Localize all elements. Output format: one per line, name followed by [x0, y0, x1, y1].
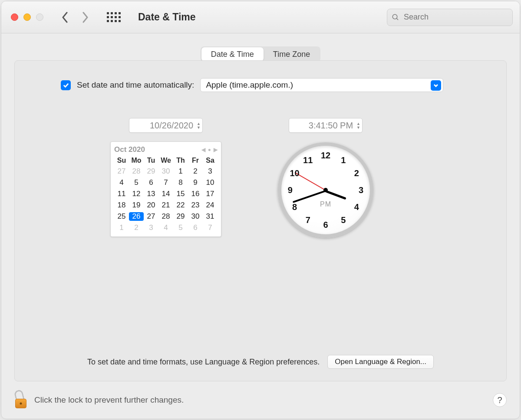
calendar-day: 5	[129, 178, 144, 187]
calendar-dow: Tu	[144, 157, 158, 164]
zoom-button	[36, 13, 43, 21]
lock-text: Click the lock to prevent further change…	[34, 395, 184, 405]
calendar-day: 9	[188, 178, 203, 187]
lock-icon[interactable]	[14, 392, 27, 408]
tab-segmented-control: Date & Time Time Zone	[201, 46, 320, 62]
calendar-dow: We	[158, 157, 173, 164]
clock-numeral: 4	[354, 202, 359, 212]
clock-numeral: 3	[359, 185, 363, 195]
show-all-icon[interactable]	[107, 12, 121, 22]
calendar: Oct 2020 ◀ ● ▶ SuMoTuWeThFrSa27282930123…	[110, 141, 221, 237]
calendar-day: 16	[188, 190, 203, 198]
calendar-day: 4	[158, 223, 173, 232]
calendar-day: 7	[158, 178, 173, 187]
calendar-day: 28	[129, 167, 144, 176]
titlebar: Date & Time	[1, 1, 520, 33]
search-input[interactable]	[403, 12, 508, 22]
minimize-button[interactable]	[23, 13, 31, 21]
calendar-day: 21	[158, 201, 173, 210]
calendar-day: 24	[203, 201, 218, 210]
calendar-day: 7	[203, 223, 218, 232]
clock-numeral: 2	[354, 168, 359, 178]
panel-footer: To set date and time formats, use Langua…	[36, 350, 485, 371]
close-button[interactable]	[11, 13, 18, 21]
calendar-day: 1	[173, 167, 188, 176]
search-icon	[392, 13, 399, 22]
clock-numeral: 5	[341, 215, 346, 225]
calendar-day: 30	[158, 167, 173, 176]
date-column: 10/26/2020 ▲ ▼ Oct 2020 ◀ ● ▶	[110, 118, 221, 238]
calendar-day: 8	[173, 178, 188, 187]
window-footer: Click the lock to prevent further change…	[1, 381, 520, 419]
calendar-day: 3	[203, 167, 218, 176]
time-server-value: Apple (time.apple.com.)	[206, 80, 293, 90]
time-server-combo[interactable]: Apple (time.apple.com.)	[200, 78, 443, 92]
calendar-day: 27	[114, 167, 129, 176]
calendar-day: 27	[144, 212, 158, 221]
calendar-day: 5	[173, 223, 188, 232]
calendar-day: 6	[144, 178, 158, 187]
content: Date & Time Time Zone Set date and time …	[1, 33, 520, 381]
calendar-prev-icon: ◀	[201, 147, 205, 153]
time-stepper: 3:41:50 PM ▲ ▼	[289, 118, 363, 133]
clock-numeral: 10	[290, 168, 299, 178]
traffic-lights	[11, 13, 43, 21]
clock-numeral: 6	[323, 220, 328, 230]
search-field[interactable]	[387, 9, 513, 26]
stepper-up-icon: ▲	[356, 122, 360, 125]
calendar-day: 11	[114, 190, 129, 198]
calendar-day: 14	[158, 190, 173, 198]
calendar-day: 25	[114, 212, 129, 221]
calendar-nav: ◀ ● ▶	[201, 147, 218, 153]
time-column: 3:41:50 PM ▲ ▼ PM 121234	[278, 118, 373, 238]
clock-numeral: 8	[292, 202, 297, 212]
date-stepper: 10/26/2020 ▲ ▼	[129, 118, 203, 133]
calendar-day: 13	[144, 190, 158, 198]
clock-numeral: 7	[306, 215, 310, 225]
clock-ampm: PM	[320, 200, 331, 208]
tab-date-and-time[interactable]: Date & Time	[201, 47, 264, 61]
back-button[interactable]	[62, 12, 69, 23]
stepper-down-icon: ▼	[356, 126, 360, 129]
calendar-next-icon: ▶	[214, 147, 218, 153]
calendar-day: 23	[188, 201, 203, 210]
calendar-day: 26	[129, 212, 144, 221]
auto-set-label: Set date and time automatically:	[77, 80, 194, 90]
clock-numeral: 9	[288, 185, 293, 195]
date-value: 10/26/2020	[135, 121, 197, 131]
calendar-day: 10	[203, 178, 218, 187]
calendar-dow: Su	[114, 157, 129, 164]
calendar-day: 1	[114, 223, 129, 232]
calendar-day: 22	[173, 201, 188, 210]
clock-numeral: 1	[341, 155, 346, 165]
calendar-day: 28	[158, 212, 173, 221]
svg-line-1	[396, 18, 398, 20]
calendar-day: 4	[114, 178, 129, 187]
calendar-day: 3	[144, 223, 158, 232]
calendar-dow: Fr	[188, 157, 203, 164]
main-panel: Set date and time automatically: Apple (…	[14, 60, 507, 381]
nav-buttons	[62, 12, 89, 23]
clock-center-icon	[323, 188, 328, 192]
calendar-day: 15	[173, 190, 188, 198]
preferences-window: Date & Time Date & Time Time Zone Set da…	[1, 1, 520, 419]
stepper-up-icon: ▲	[197, 122, 201, 125]
calendar-day: 18	[114, 201, 129, 210]
calendar-day: 2	[188, 167, 203, 176]
calendar-dow: Th	[173, 157, 188, 164]
hour-hand	[325, 190, 346, 200]
auto-set-checkbox[interactable]	[61, 80, 71, 90]
calendar-today-icon: ●	[208, 147, 211, 153]
clock-numeral: 12	[321, 151, 330, 161]
help-button[interactable]: ?	[493, 393, 507, 407]
date-stepper-arrows: ▲ ▼	[197, 122, 201, 129]
open-language-region-button[interactable]: Open Language & Region...	[327, 355, 434, 369]
analog-clock: PM 121234567891011	[278, 142, 373, 238]
stepper-down-icon: ▼	[197, 126, 201, 129]
calendar-day: 29	[144, 167, 158, 176]
chevron-down-icon	[431, 80, 441, 91]
tab-time-zone[interactable]: Time Zone	[264, 47, 320, 61]
calendar-day: 20	[144, 201, 158, 210]
auto-set-row: Set date and time automatically: Apple (…	[61, 78, 485, 92]
calendar-month-label: Oct 2020	[114, 145, 145, 154]
